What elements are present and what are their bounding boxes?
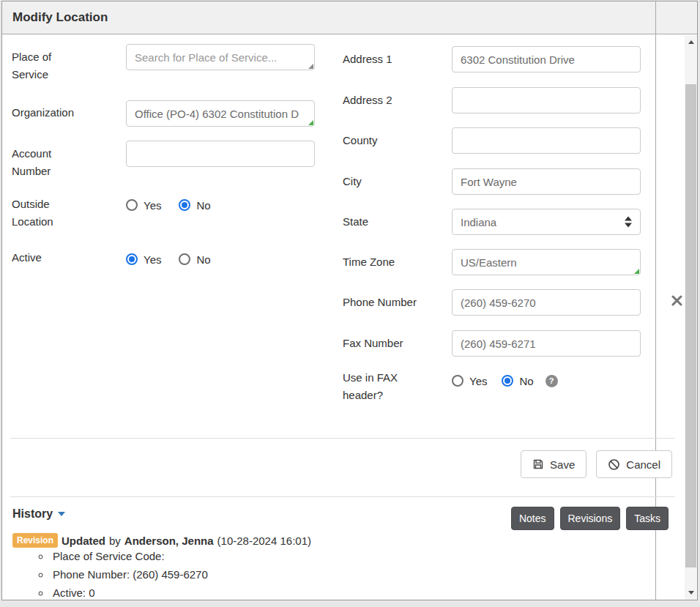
place-of-service-label: Place of Service — [12, 48, 82, 83]
vertical-scrollbar[interactable] — [685, 35, 697, 600]
active-yes-option[interactable]: Yes — [126, 253, 161, 266]
divider — [10, 438, 675, 439]
revision-entry-header: Revision Updated by Anderson, Jenna (10-… — [12, 533, 311, 548]
city-input[interactable] — [452, 168, 641, 195]
radio-checked-icon — [179, 199, 190, 211]
history-button-row: Notes Revisions Tasks — [511, 507, 669, 530]
address1-label: Address 1 — [343, 51, 431, 68]
divider — [10, 496, 675, 497]
cancel-button-label: Cancel — [626, 458, 660, 471]
address2-label: Address 2 — [343, 92, 431, 109]
revision-connector: by — [109, 535, 121, 547]
account-number-label: Account Number — [12, 145, 82, 180]
city-label: City — [343, 173, 431, 190]
use-in-fax-header-yes-option[interactable]: Yes — [452, 375, 487, 387]
account-number-input[interactable] — [126, 141, 315, 167]
state-label: State — [343, 213, 431, 231]
scrollbar-thumb[interactable] — [685, 84, 696, 567]
phone-number-input[interactable] — [452, 289, 641, 316]
county-input[interactable] — [452, 127, 641, 154]
radio-unchecked-icon — [126, 199, 138, 211]
state-value: Indiana — [461, 216, 496, 228]
chevron-down-icon — [58, 512, 65, 516]
address1-input[interactable] — [452, 46, 641, 72]
revision-change-item: Place of Service Code: — [51, 547, 208, 565]
organization-combobox[interactable]: Office (PO-4) 6302 Constitution D — [126, 100, 315, 127]
fax-number-input[interactable] — [452, 330, 641, 357]
revision-badge: Revision — [12, 533, 58, 548]
active-no-option[interactable]: No — [179, 253, 210, 266]
radio-unchecked-icon — [179, 253, 190, 265]
place-of-service-combobox[interactable]: Search for Place of Service... — [126, 44, 315, 70]
active-radio-group: Yes No — [126, 250, 211, 268]
modal-title: Modify Location — [2, 10, 108, 25]
use-in-fax-header-label: Use in FAX header? — [343, 369, 431, 404]
revisions-button[interactable]: Revisions — [560, 507, 621, 530]
revision-timestamp: (10-28-2024 16:01) — [217, 535, 311, 547]
use-in-fax-header-no-label: No — [519, 375, 533, 387]
radio-checked-icon — [502, 375, 513, 387]
revision-change-item: Active: 0 — [51, 584, 208, 600]
outside-location-yes-option[interactable]: Yes — [126, 199, 161, 212]
time-zone-value: US/Eastern — [461, 256, 517, 269]
save-button-label: Save — [550, 458, 575, 471]
revision-action: Updated — [62, 535, 105, 547]
radio-checked-icon — [126, 253, 138, 265]
active-yes-label: Yes — [144, 253, 161, 266]
close-icon — [671, 295, 682, 306]
select-arrows-icon — [625, 217, 632, 228]
use-in-fax-header-radio-group: Yes No ? — [452, 372, 558, 390]
revision-change-item: Phone Number: (260) 459-6270 — [51, 565, 208, 584]
modify-location-modal: Modify Location Place of Service Search … — [1, 1, 698, 600]
outside-location-label: Outside Location — [12, 195, 82, 231]
address2-input[interactable] — [452, 87, 641, 113]
place-of-service-placeholder: Search for Place of Service... — [135, 51, 277, 64]
cancel-button[interactable]: Cancel — [596, 450, 672, 478]
revision-changes-list: Place of Service Code: Phone Number: (26… — [12, 547, 208, 600]
action-button-row: Save Cancel — [521, 450, 672, 478]
active-no-label: No — [196, 253, 210, 266]
resize-handle-icon — [308, 120, 313, 125]
resize-handle-icon — [308, 64, 313, 69]
modal-header: Modify Location — [2, 1, 697, 34]
scroll-down-button[interactable] — [685, 586, 697, 599]
history-toggle[interactable]: History — [12, 507, 65, 521]
state-select[interactable]: Indiana — [452, 209, 641, 235]
use-in-fax-header-no-option[interactable]: No — [502, 375, 533, 387]
resize-handle-icon — [634, 269, 639, 274]
scroll-up-icon — [688, 40, 694, 44]
use-in-fax-header-yes-label: Yes — [469, 375, 487, 387]
fax-number-label: Fax Number — [343, 335, 431, 352]
outside-location-no-option[interactable]: No — [179, 199, 210, 212]
help-icon[interactable]: ? — [546, 375, 558, 387]
radio-unchecked-icon — [452, 375, 463, 387]
time-zone-label: Time Zone — [343, 253, 431, 271]
outside-location-no-label: No — [196, 199, 210, 212]
outside-location-radio-group: Yes No — [126, 196, 211, 214]
organization-label: Organization — [12, 104, 82, 122]
history-title-label: History — [12, 507, 53, 521]
active-label: Active — [12, 249, 82, 267]
tasks-button[interactable]: Tasks — [626, 507, 669, 530]
scroll-down-icon — [688, 591, 694, 595]
scroll-up-button[interactable] — [685, 36, 697, 48]
phone-number-label: Phone Number — [343, 294, 431, 311]
notes-button[interactable]: Notes — [511, 507, 554, 530]
save-icon — [532, 458, 544, 470]
revision-user: Anderson, Jenna — [124, 535, 214, 547]
cancel-icon — [608, 458, 620, 471]
save-button[interactable]: Save — [521, 450, 587, 478]
county-label: County — [343, 132, 431, 149]
time-zone-combobox[interactable]: US/Eastern — [452, 249, 641, 275]
outside-location-yes-label: Yes — [144, 199, 161, 212]
organization-value: Office (PO-4) 6302 Constitution D — [135, 108, 299, 120]
